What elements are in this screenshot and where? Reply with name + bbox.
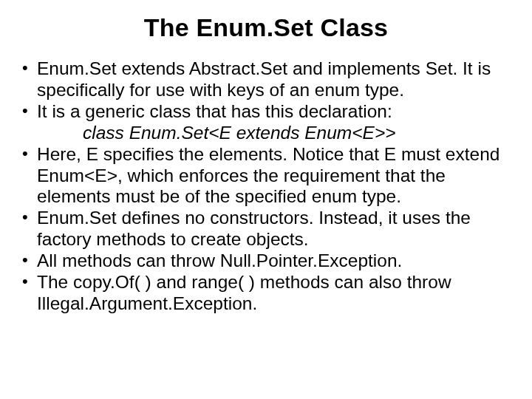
bullet-text: The copy.Of( ) and range( ) methods can … — [37, 272, 451, 313]
list-item: Here, E specifies the elements. Notice t… — [21, 144, 511, 208]
code-line: class Enum.Set<E extends Enum<E>> — [37, 123, 511, 144]
bullet-text: Here, E specifies the elements. Notice t… — [37, 144, 499, 207]
list-item: The copy.Of( ) and range( ) methods can … — [21, 272, 511, 315]
bullet-list: Enum.Set extends Abstract.Set and implem… — [21, 58, 511, 315]
bullet-text: It is a generic class that has this decl… — [37, 101, 392, 121]
slide-title: The Enum.Set Class — [21, 13, 511, 42]
bullet-text: All methods can throw Null.Pointer.Excep… — [37, 250, 402, 270]
list-item: It is a generic class that has this decl… — [21, 101, 511, 144]
bullet-text: Enum.Set extends Abstract.Set and implem… — [37, 58, 491, 100]
slide: The Enum.Set Class Enum.Set extends Abst… — [0, 0, 532, 399]
list-item: All methods can throw Null.Pointer.Excep… — [21, 250, 511, 272]
list-item: Enum.Set defines no constructors. Instea… — [21, 208, 511, 250]
list-item: Enum.Set extends Abstract.Set and implem… — [21, 58, 511, 101]
bullet-text: Enum.Set defines no constructors. Instea… — [37, 208, 471, 249]
